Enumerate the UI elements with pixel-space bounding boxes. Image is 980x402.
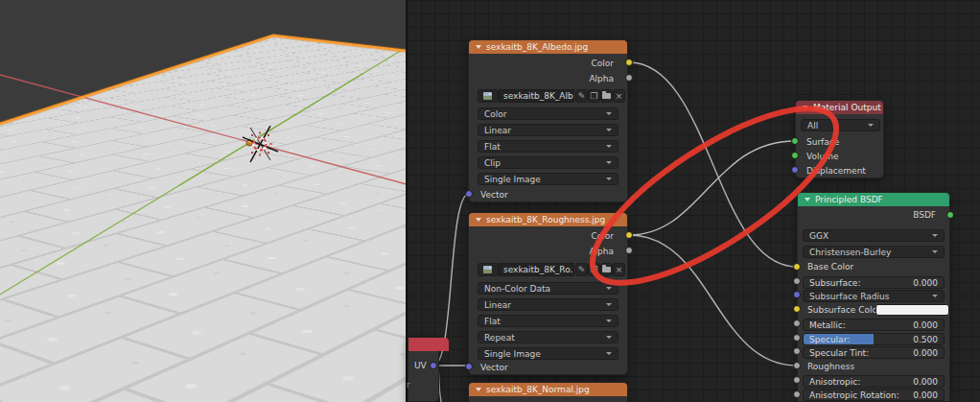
duplicate-image-icon[interactable]: ❐ — [588, 89, 600, 103]
browse-image-button[interactable] — [478, 263, 499, 276]
anisotropic-rotation-slider[interactable]: Anisotropic Rotation:0.000 — [803, 389, 945, 401]
open-image-icon[interactable] — [600, 89, 613, 103]
socket-albedo-vector-input[interactable] — [465, 190, 473, 198]
interpolation-dropdown[interactable]: Linear — [478, 298, 618, 311]
socket-specular-input[interactable] — [793, 334, 801, 342]
displacement-input-label: Displacement — [806, 166, 866, 176]
chevron-down-icon — [606, 352, 612, 355]
surface-input-label: Surface — [806, 137, 839, 147]
x-axis-line — [0, 75, 407, 184]
texture-coordinate-node[interactable]: UV r — [408, 337, 439, 402]
material-output-node[interactable]: Material Output All Surface Volume Displ… — [795, 100, 884, 178]
collapse-icon[interactable] — [476, 45, 481, 49]
socket-uv-output[interactable] — [430, 362, 437, 369]
texture-coordinate-header[interactable] — [408, 338, 449, 351]
roughness-node-header[interactable]: sexkaitb_8K_Roughness.jpg — [469, 213, 627, 226]
material-output-header[interactable]: Material Output — [796, 101, 883, 114]
bsdf-output-label: BSDF — [913, 210, 936, 220]
unlink-image-icon[interactable]: × — [613, 89, 625, 103]
albedo-node-header[interactable]: sexkaitb_8K_Albedo.jpg — [469, 40, 627, 54]
collapse-icon[interactable] — [476, 388, 481, 391]
collapse-icon[interactable] — [805, 198, 810, 201]
volume-input-label: Volume — [806, 152, 838, 161]
normal-image-node[interactable]: sexkaitb_8K_Normal.jpg — [468, 382, 628, 402]
image-name-field[interactable]: sexkaitb_8K_Ro.. — [499, 263, 574, 276]
albedo-image-node[interactable]: sexkaitb_8K_Albedo.jpg Color Alpha sexka… — [468, 39, 628, 202]
socket-specular-tint-input[interactable] — [793, 347, 801, 355]
socket-volume-input[interactable] — [791, 152, 799, 159]
chevron-down-icon — [868, 124, 874, 127]
socket-albedo-alpha-output[interactable] — [625, 74, 633, 82]
extension-dropdown[interactable]: Clip — [478, 156, 618, 169]
edit-source-icon[interactable]: ✎ — [575, 89, 588, 103]
edit-source-icon[interactable]: ✎ — [575, 263, 588, 276]
color-output-label: Color — [592, 231, 615, 241]
principled-bsdf-node[interactable]: Principled BSDF BSDF GGX Christensen-Bur… — [797, 192, 950, 402]
target-dropdown[interactable]: All — [801, 119, 880, 131]
alpha-output-label: Alpha — [589, 74, 614, 83]
normal-node-header[interactable]: sexkaitb_8K_Normal.jpg — [469, 383, 627, 396]
folder-icon — [602, 93, 611, 99]
source-dropdown[interactable]: Single Image — [478, 347, 618, 360]
socket-anisotropic-rotation-input[interactable] — [793, 390, 801, 398]
subsurface-method-dropdown[interactable]: Christensen-Burley — [803, 246, 945, 258]
image-thumbnail-icon — [483, 266, 492, 273]
roughness-input-label: Roughness — [807, 362, 854, 371]
principled-bsdf-header[interactable]: Principled BSDF — [798, 193, 949, 206]
color-space-dropdown[interactable]: Color — [478, 107, 618, 120]
chevron-down-icon — [932, 234, 938, 237]
material-output-title: Material Output — [813, 103, 881, 112]
socket-subsurface-input[interactable] — [793, 277, 801, 285]
specular-tint-slider[interactable]: Specular Tint:0.000 — [803, 346, 945, 359]
image-thumbnail-icon — [483, 92, 492, 100]
socket-displacement-input[interactable] — [791, 166, 799, 174]
chevron-down-icon — [606, 161, 612, 164]
interpolation-dropdown[interactable]: Linear — [478, 124, 618, 136]
subsurface-color-swatch[interactable] — [875, 304, 949, 316]
anisotropic-slider[interactable]: Anisotropic:0.000 — [803, 375, 945, 388]
selection-outline-glow — [0, 35, 407, 124]
socket-roughness-input[interactable] — [793, 362, 801, 369]
socket-anisotropic-input[interactable] — [793, 376, 801, 384]
duplicate-image-icon[interactable]: ❐ — [588, 263, 600, 276]
socket-metallic-input[interactable] — [793, 319, 801, 327]
roughness-image-node[interactable]: sexkaitb_8K_Roughness.jpg Color Alpha se… — [468, 212, 628, 375]
roughness-node-title: sexkaitb_8K_Roughness.jpg — [486, 215, 605, 225]
image-name-field[interactable]: sexkaitb_8K_Alb.. — [499, 89, 574, 103]
distribution-dropdown[interactable]: GGX — [803, 229, 945, 242]
collapse-icon[interactable] — [476, 218, 481, 222]
3d-cursor[interactable] — [243, 126, 278, 162]
3d-viewport[interactable] — [0, 0, 407, 402]
blender-window: UV r sexkaitb_8K_Albedo.jpg Color Alpha … — [0, 0, 980, 402]
chevron-down-icon — [606, 112, 612, 115]
socket-bsdf-output[interactable] — [946, 211, 954, 219]
extension-dropdown[interactable]: Repeat — [478, 331, 618, 343]
source-dropdown[interactable]: Single Image — [478, 173, 618, 185]
subsurface-radius-dropdown[interactable]: Subsurface Radius — [803, 290, 945, 302]
socket-roughness-vector-input[interactable] — [465, 363, 473, 370]
socket-subsurface-color-input[interactable] — [793, 305, 801, 313]
alpha-output-label: Alpha — [589, 247, 614, 256]
socket-base-color-input[interactable] — [793, 263, 801, 271]
projection-dropdown[interactable]: Flat — [478, 315, 618, 327]
socket-albedo-color-output[interactable] — [625, 59, 633, 66]
viewport-overlay — [0, 0, 407, 402]
subsurface-slider[interactable]: Subsurface:0.000 — [803, 276, 945, 289]
metallic-slider[interactable]: Metallic:0.000 — [803, 319, 945, 331]
chevron-down-icon — [606, 319, 612, 322]
socket-roughness-color-output[interactable] — [625, 231, 633, 239]
socket-subsurface-radius-input[interactable] — [793, 291, 801, 298]
socket-surface-input[interactable] — [791, 137, 799, 145]
specular-slider[interactable]: Specular:0.500 — [803, 333, 945, 345]
uv-output-label: UV — [414, 361, 427, 370]
principled-bsdf-title: Principled BSDF — [815, 195, 883, 204]
unlink-image-icon[interactable]: × — [613, 263, 625, 276]
color-space-dropdown[interactable]: Non-Color Data — [478, 282, 618, 295]
folder-icon — [602, 267, 611, 272]
socket-roughness-alpha-output[interactable] — [625, 247, 633, 254]
projection-dropdown[interactable]: Flat — [478, 140, 618, 153]
color-output-label: Color — [592, 59, 615, 68]
open-image-icon[interactable] — [600, 263, 613, 276]
collapse-icon[interactable] — [803, 106, 808, 109]
browse-image-button[interactable] — [478, 89, 499, 103]
